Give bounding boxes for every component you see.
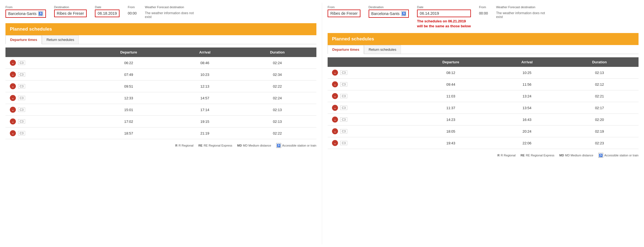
schedule-table: DepartureArrivalDuration ⌄ C3 08:1210:25… <box>328 57 639 149</box>
row-train-cell[interactable]: ⌄ C3 <box>5 81 86 92</box>
destination-value: Barcelona-Sants ♿ <box>369 10 409 18</box>
tabs: Departure timesReturn schedules <box>5 35 316 44</box>
from-group: From Barcelona-Sants ♿ <box>5 5 46 18</box>
chevron-icon: ⌄ <box>10 60 16 66</box>
chevron-icon: ⌄ <box>10 95 16 101</box>
chevron-icon: ⌄ <box>332 70 338 76</box>
tab-1[interactable]: Return schedules <box>42 35 79 44</box>
tab-0[interactable]: Departure times <box>328 45 364 54</box>
row-duration: 02:13 <box>238 104 316 116</box>
row-departure: 09:51 <box>86 81 171 92</box>
legend-r_regional: R R Regional <box>497 154 515 157</box>
legend-accessible-icon: ♿ <box>598 153 603 158</box>
chevron-icon: ⌄ <box>332 105 338 111</box>
legend-label-md_medium: MD Medium distance <box>243 144 271 147</box>
row-departure: 15:01 <box>86 104 171 116</box>
row-duration: 02:17 <box>560 102 639 114</box>
panel-0: From Barcelona-Sants ♿ Destination Ribes… <box>0 3 322 244</box>
row-duration: 02:19 <box>560 126 639 137</box>
from-value: Ribes de Freser <box>328 10 360 17</box>
row-train-cell[interactable]: ⌄ C3 <box>328 137 408 149</box>
legend-badge-md_medium: MD <box>559 154 564 157</box>
time-label: From <box>479 5 488 9</box>
row-arrival: 17:14 <box>171 104 238 116</box>
legend: R R RegionalRE RE Regional ExpressMD MD … <box>5 143 316 148</box>
row-train-cell[interactable]: ⌄ C3 <box>328 79 408 90</box>
table-row: ⌄ C3 18:0520:2402:19 <box>328 126 639 137</box>
legend-accessible-icon: ♿ <box>276 143 281 148</box>
legend-label-re_regional_express: RE Regional Express <box>526 154 555 157</box>
row-departure: 06:22 <box>86 57 171 69</box>
row-duration: 02:13 <box>238 116 316 127</box>
legend-badge-md_medium: MD <box>237 144 242 147</box>
train-badge: C3 <box>340 117 347 122</box>
row-duration: 02:22 <box>238 127 316 139</box>
col-header-0 <box>5 47 86 57</box>
row-arrival: 13:54 <box>494 102 561 114</box>
legend-r_regional: R R Regional <box>175 144 193 147</box>
chevron-icon: ⌄ <box>10 83 16 89</box>
row-arrival: 19:15 <box>171 116 238 127</box>
header-row: From Barcelona-Sants ♿ Destination Ribes… <box>5 5 316 19</box>
table-row: ⌄ C3 18:5721:1902:22 <box>5 127 316 139</box>
page-wrapper: From Barcelona-Sants ♿ Destination Ribes… <box>0 0 644 247</box>
legend-re_regional_express: RE RE Regional Express <box>520 154 554 157</box>
legend-label-md_medium: MD Medium distance <box>565 154 593 157</box>
row-departure: 07:49 <box>86 69 171 81</box>
row-duration: 02:22 <box>238 81 316 92</box>
row-train-cell[interactable]: ⌄ C3 <box>328 114 408 126</box>
tab-1[interactable]: Return schedules <box>364 45 401 54</box>
legend-badge-r_regional: R <box>175 144 177 147</box>
row-train-cell[interactable]: ⌄ C3 <box>5 92 86 104</box>
row-duration: 02:13 <box>560 67 639 79</box>
tab-0[interactable]: Departure times <box>5 35 42 44</box>
chevron-icon: ⌄ <box>10 107 16 113</box>
date-label: Date <box>417 5 471 9</box>
date-group: Date 06.18.2019 <box>95 5 120 17</box>
table-row: ⌄ C3 09:5112:1302:22 <box>5 81 316 92</box>
col-header-2: Arrival <box>494 57 561 67</box>
table-row: ⌄ C3 14:2316:4302:20 <box>328 114 639 126</box>
destination-group: Destination Barcelona-Sants ♿ <box>369 5 409 18</box>
row-train-cell[interactable]: ⌄ C3 <box>328 67 408 79</box>
row-train-cell[interactable]: ⌄ C3 <box>5 69 86 81</box>
weather-label: Weather Forecast destination <box>496 5 551 9</box>
row-arrival: 13:24 <box>494 90 561 102</box>
row-train-cell[interactable]: ⌄ C3 <box>328 102 408 114</box>
row-train-cell[interactable]: ⌄ C3 <box>5 104 86 116</box>
table-row: ⌄ C3 09:4411:5602:12 <box>328 79 639 90</box>
chevron-icon: ⌄ <box>10 72 16 78</box>
chevron-icon: ⌄ <box>332 117 338 123</box>
row-train-cell[interactable]: ⌄ C3 <box>5 116 86 127</box>
train-badge: C3 <box>18 72 25 77</box>
train-badge: C3 <box>18 108 25 112</box>
col-header-3: Duration <box>238 47 316 57</box>
from-label: From <box>5 5 46 9</box>
row-duration: 02:34 <box>238 69 316 81</box>
table-row: ⌄ C3 07:4910:2302:34 <box>5 69 316 81</box>
row-train-cell[interactable]: ⌄ C3 <box>5 127 86 139</box>
legend-label-accessible: Accessible station or train <box>282 144 316 147</box>
wheelchair-icon: ♿ <box>38 11 43 16</box>
train-badge: C3 <box>18 119 25 124</box>
train-badge: C3 <box>340 141 347 145</box>
table-row: ⌄ C3 15:0117:1402:13 <box>5 104 316 116</box>
row-departure: 08:12 <box>408 67 493 79</box>
weather-value: The weather information does not exist <box>496 10 551 19</box>
row-departure: 11:37 <box>408 102 493 114</box>
table-row: ⌄ C3 11:0313:2402:21 <box>328 90 639 102</box>
date-value: 06.18.2019 <box>95 10 120 17</box>
legend-accessible: ♿ Accessible station or train <box>598 153 639 158</box>
date-label: Date <box>95 5 120 9</box>
row-arrival: 10:23 <box>171 69 238 81</box>
panel-1: From Ribes de Freser Destination Barcelo… <box>322 3 644 244</box>
row-arrival: 14:57 <box>171 92 238 104</box>
chevron-icon: ⌄ <box>332 81 338 87</box>
legend-md_medium: MD MD Medium distance <box>237 144 271 147</box>
date-group: Date 06.14.2019 The schedules on 06.21.2… <box>417 5 471 29</box>
row-train-cell[interactable]: ⌄ C3 <box>328 90 408 102</box>
row-train-cell[interactable]: ⌄ C3 <box>5 57 86 69</box>
row-train-cell[interactable]: ⌄ C3 <box>328 126 408 137</box>
col-header-0 <box>328 57 408 67</box>
legend-label-accessible: Accessible station or train <box>604 154 639 157</box>
